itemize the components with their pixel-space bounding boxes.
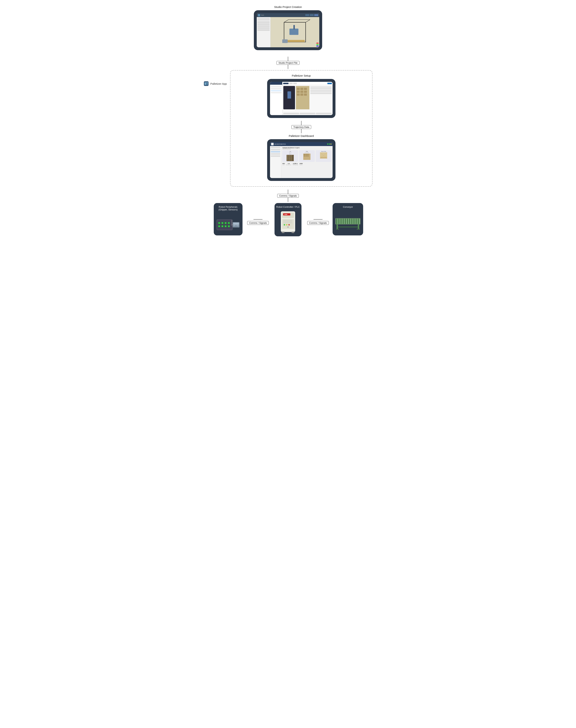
svg-rect-39 xyxy=(289,160,290,161)
studio-nav-btn[interactable] xyxy=(305,14,309,16)
setup-param1 xyxy=(310,86,332,88)
robot-controller-card: Robot Controller / PLC ABB xyxy=(275,203,302,236)
box-label: Box 3 xyxy=(289,153,291,155)
setup-bottom-item2 xyxy=(300,113,315,114)
svg-rect-72 xyxy=(233,223,239,225)
left-inter-connector: Comms / Signals xyxy=(253,203,263,225)
dash-nav2 xyxy=(271,149,281,150)
dashboard-title-area: JACOBI ROBOTICS xyxy=(274,143,326,145)
svg-rect-17 xyxy=(206,84,208,85)
studio-sidebar xyxy=(257,17,270,47)
svg-rect-43 xyxy=(306,154,307,155)
svg-point-64 xyxy=(222,222,223,224)
svg-rect-96 xyxy=(338,219,339,224)
svg-rect-22 xyxy=(297,91,300,93)
svg-rect-44 xyxy=(307,154,309,155)
studio-creation-title: Studio Project Creation xyxy=(274,5,302,8)
robot-controller-wrapper: Robot Controller / PLC ABB xyxy=(263,203,312,236)
svg-rect-51 xyxy=(320,157,327,158)
svg-rect-32 xyxy=(287,157,288,158)
svg-rect-52 xyxy=(320,156,327,157)
svg-point-65 xyxy=(225,222,226,224)
dashboard-status-indicators xyxy=(327,143,332,145)
setup-screen xyxy=(270,82,333,115)
right-card-label: Right xyxy=(306,151,308,152)
svg-line-8 xyxy=(306,20,310,22)
studio-action-btn[interactable] xyxy=(314,14,318,16)
right-pallet-svg xyxy=(303,153,311,160)
metric-boxes-val: 1969 xyxy=(299,163,303,164)
dashboard-cards-row: Left Layer 3 Box 3 xyxy=(282,150,331,162)
metric-weight-label: Total Weight (kg) xyxy=(293,164,298,165)
svg-rect-42 xyxy=(304,154,305,155)
metric-cycles: 402 Cycles xyxy=(282,163,285,165)
metric-weight: 2,256.1 Total Weight (kg) xyxy=(293,163,298,165)
palletizer-app-icon xyxy=(203,81,209,86)
svg-line-7 xyxy=(284,20,289,22)
left-pallet-img xyxy=(287,155,294,161)
svg-point-68 xyxy=(222,226,223,227)
conveyor-wrapper: Conveyor xyxy=(323,203,373,235)
svg-rect-97 xyxy=(341,219,342,224)
flow-line-bottom xyxy=(288,65,288,69)
svg-rect-30 xyxy=(289,155,290,156)
svg-point-69 xyxy=(225,226,226,227)
right-inter-connector: Comms / Signals xyxy=(313,203,323,225)
svg-rect-31 xyxy=(290,155,292,156)
studio-nav-btn2[interactable] xyxy=(310,14,314,16)
svg-rect-108 xyxy=(338,227,358,227)
robot-peripherals-title: Robot Peripherals (Gripper, Sensors) xyxy=(219,205,238,211)
palletizer-dashboard-title: Palletizer Dashboard xyxy=(289,134,314,137)
layer-label: Layer 3 xyxy=(289,152,291,153)
conveyor-img-area xyxy=(335,211,361,233)
svg-rect-109 xyxy=(336,229,339,230)
setup-menu-item xyxy=(271,86,282,87)
svg-rect-90 xyxy=(287,227,289,227)
setup-param5 xyxy=(310,93,332,94)
svg-point-66 xyxy=(228,222,230,224)
setup-params-panel xyxy=(310,86,332,109)
svg-point-70 xyxy=(228,226,230,227)
svg-point-87 xyxy=(284,224,285,226)
dashboard-screen: JACOBI ROBOTICS xyxy=(270,142,333,178)
robot-peripherals-svg xyxy=(215,214,241,232)
trajectory-data-label: Trajectory Data xyxy=(291,125,311,129)
palletizer-app-label: Palletizer App xyxy=(203,70,227,86)
svg-rect-10 xyxy=(289,29,298,35)
studio-sidebar-item xyxy=(257,18,270,21)
setup-dark-view xyxy=(283,86,295,109)
svg-rect-54 xyxy=(217,220,232,230)
svg-rect-73 xyxy=(233,225,236,226)
svg-rect-33 xyxy=(289,157,290,158)
dashboard-right-card: Right To do all after: xyxy=(299,150,315,162)
studio-project-file-label: Studio Project File xyxy=(277,61,299,65)
studio-sidebar-item5 xyxy=(257,27,270,29)
dashboard-topbar: JACOBI ROBOTICS xyxy=(270,142,333,146)
metric-boxes-label: Boxes/hr xyxy=(300,164,303,165)
left-pallet-svg xyxy=(287,155,294,161)
svg-point-67 xyxy=(219,226,220,227)
svg-rect-102 xyxy=(351,219,352,224)
svg-rect-38 xyxy=(287,160,288,161)
svg-rect-110 xyxy=(357,229,360,230)
svg-rect-101 xyxy=(349,219,350,224)
svg-rect-20 xyxy=(300,88,303,90)
metric-cycles-label: Cycles xyxy=(282,164,285,165)
studio-creation-section: Studio Project Creation Studio xyxy=(254,5,322,50)
dashboard-sidebar xyxy=(270,146,281,178)
robot-controller-title: Robot Controller / PLC xyxy=(276,205,300,208)
studio-sidebar-item6 xyxy=(257,29,270,31)
svg-rect-14 xyxy=(204,81,208,86)
dash-nav-active xyxy=(271,151,281,152)
svg-rect-40 xyxy=(290,160,292,161)
palletizer-app-text: Palletizer App xyxy=(210,82,227,85)
svg-rect-11 xyxy=(293,25,295,29)
setup-save-btn[interactable] xyxy=(327,83,332,84)
status-green-dot xyxy=(327,143,328,145)
studio-app-name: Studio xyxy=(261,15,264,16)
status-yellow-dot xyxy=(330,143,332,145)
svg-text:ABB: ABB xyxy=(284,214,287,215)
svg-point-89 xyxy=(288,224,290,226)
svg-rect-27 xyxy=(304,93,307,96)
svg-rect-19 xyxy=(297,88,300,90)
